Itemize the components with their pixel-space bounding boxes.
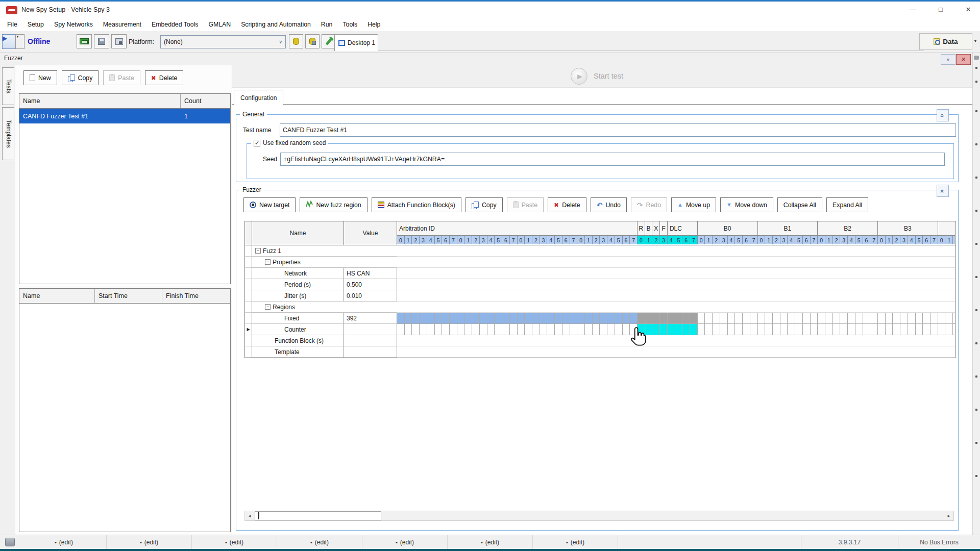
save-button[interactable] <box>94 34 109 48</box>
row-value-cell[interactable]: 392 <box>344 313 397 324</box>
bit-cell[interactable] <box>735 324 743 335</box>
bit-cell[interactable] <box>743 324 750 335</box>
bit-cell[interactable] <box>518 313 525 324</box>
bit-cell[interactable] <box>607 324 615 335</box>
row-selector[interactable]: ▶ <box>245 324 252 335</box>
bit-cell[interactable] <box>728 324 736 335</box>
bit-cell[interactable] <box>487 324 495 335</box>
status-edit-cell[interactable]: •(edit) <box>533 535 618 549</box>
panel-dropdown-button[interactable]: ∨ <box>941 54 955 65</box>
bit-cell[interactable] <box>427 324 435 335</box>
bit-cell[interactable] <box>607 313 615 324</box>
scrollbar-thumb[interactable] <box>255 511 381 520</box>
bit-cell[interactable] <box>532 324 540 335</box>
horizontal-scrollbar[interactable]: ◄ ► <box>244 511 954 521</box>
status-edit-cell[interactable]: •(edit) <box>448 535 533 549</box>
row-value-cell[interactable]: HS CAN <box>344 268 397 279</box>
bit-cell[interactable] <box>675 313 683 324</box>
bit-cell[interactable] <box>540 313 548 324</box>
side-tab-tests[interactable]: Tests <box>2 67 14 105</box>
menu-embedded-tools[interactable]: Embedded Tools <box>146 19 203 30</box>
bit-cell[interactable] <box>532 313 540 324</box>
panel-close-button[interactable]: ✕ <box>956 54 971 65</box>
bit-cell[interactable] <box>848 324 855 335</box>
bit-cell[interactable] <box>893 324 900 335</box>
bit-cell[interactable] <box>668 313 675 324</box>
bit-cell[interactable] <box>593 313 600 324</box>
bit-cell[interactable] <box>900 313 908 324</box>
menu-file[interactable]: File <box>2 19 22 30</box>
fuzzer-copy-button[interactable]: Copy <box>465 197 503 212</box>
bit-cell[interactable] <box>562 324 570 335</box>
bit-cell[interactable] <box>840 324 848 335</box>
bit-cell[interactable] <box>502 313 510 324</box>
bit-cell[interactable] <box>502 324 510 335</box>
bit-cell[interactable] <box>577 313 585 324</box>
bit-cell[interactable] <box>585 313 593 324</box>
bit-cell[interactable] <box>623 324 630 335</box>
bit-cell[interactable] <box>758 313 766 324</box>
bit-cell[interactable] <box>750 313 758 324</box>
bit-cell[interactable] <box>435 324 443 335</box>
row-selector[interactable] <box>245 245 252 257</box>
row-selector[interactable] <box>245 279 252 290</box>
bit-cell[interactable] <box>397 324 405 335</box>
menu-setup[interactable]: Setup <box>22 19 49 30</box>
fixed-seed-checkbox[interactable]: ✓ <box>254 140 260 146</box>
bit-cell[interactable] <box>690 324 698 335</box>
column-header-finish-time[interactable]: Finish Time <box>162 289 230 303</box>
bit-cell[interactable] <box>562 313 570 324</box>
bit-cell[interactable] <box>525 324 532 335</box>
fuzzer-delete-button[interactable]: ✖Delete <box>548 197 586 212</box>
run-play-button[interactable]: ▶ <box>2 34 16 49</box>
status-edit-cell[interactable]: •(edit) <box>21 535 107 549</box>
bit-cell[interactable] <box>825 313 833 324</box>
bit-cell[interactable] <box>442 324 450 335</box>
bit-cell[interactable] <box>773 313 780 324</box>
bit-cell[interactable] <box>412 324 420 335</box>
bit-cell[interactable] <box>811 324 818 335</box>
bit-cell[interactable] <box>675 324 683 335</box>
test-name-input[interactable]: CANFD Fuzzer Test #1 <box>280 123 956 137</box>
menu-scripting-and-automation[interactable]: Scripting and Automation <box>236 19 316 30</box>
bit-cell[interactable] <box>930 324 938 335</box>
close-button[interactable]: ✕ <box>957 2 980 17</box>
bit-cell[interactable] <box>682 313 690 324</box>
bit-cell[interactable] <box>495 324 502 335</box>
bit-cell[interactable] <box>668 324 675 335</box>
bit-cell[interactable] <box>547 324 555 335</box>
row-selector[interactable] <box>245 290 252 302</box>
bit-cell[interactable] <box>705 324 713 335</box>
bit-cell[interactable] <box>893 313 900 324</box>
bit-cell[interactable] <box>743 313 750 324</box>
bit-cell[interactable] <box>570 324 578 335</box>
menu-tools[interactable]: Tools <box>337 19 362 30</box>
status-edit-cell[interactable]: •(edit) <box>362 535 448 549</box>
bit-cell[interactable] <box>735 313 743 324</box>
fuzzer-move-up-button[interactable]: ▲Move up <box>671 197 716 212</box>
column-header-name[interactable]: Name <box>19 289 95 303</box>
row-selector[interactable] <box>245 335 252 346</box>
bit-cell[interactable] <box>420 313 427 324</box>
bit-cell[interactable] <box>788 313 795 324</box>
bit-cell[interactable] <box>780 313 788 324</box>
bit-cell[interactable] <box>540 324 548 335</box>
bit-cell[interactable] <box>698 313 705 324</box>
bit-cell[interactable] <box>442 313 450 324</box>
bit-cell[interactable] <box>457 324 465 335</box>
bit-cell[interactable] <box>630 313 638 324</box>
collapse-general-button[interactable]: « <box>937 109 949 121</box>
bit-cell[interactable] <box>464 324 472 335</box>
bit-cell[interactable] <box>457 313 465 324</box>
bit-cell[interactable] <box>713 324 720 335</box>
bit-cell[interactable] <box>472 313 480 324</box>
bit-cell[interactable] <box>833 313 841 324</box>
bit-cell[interactable] <box>480 324 487 335</box>
row-value-cell[interactable] <box>344 324 397 335</box>
row-selector[interactable] <box>245 257 252 268</box>
bit-cell[interactable] <box>518 324 525 335</box>
bit-cell[interactable] <box>886 324 893 335</box>
bit-cell[interactable] <box>945 324 953 335</box>
bit-cell[interactable] <box>886 313 893 324</box>
bit-cell[interactable] <box>577 324 585 335</box>
